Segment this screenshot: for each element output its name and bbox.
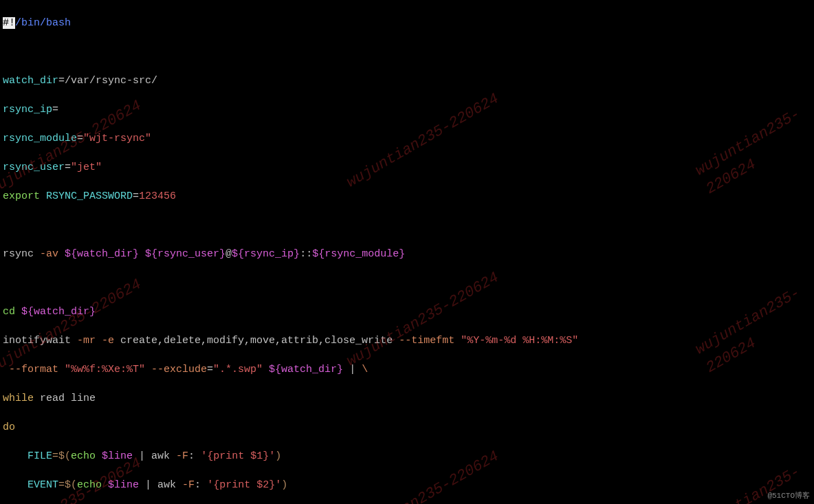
code-line: [3, 45, 811, 59]
attribution-text: @51CTO博客: [767, 491, 810, 501]
code-line: export RSYNC_PASSWORD=123456: [3, 189, 811, 204]
code-line: [3, 218, 811, 232]
code-line: rsync -av ${watch_dir} ${rsync_user}@${r…: [3, 247, 811, 261]
code-line: do: [3, 420, 811, 435]
code-line: watch_dir=/var/rsync-src/: [3, 74, 811, 88]
code-line: rsync_user="jet": [3, 160, 811, 175]
code-line: rsync_ip=: [3, 102, 811, 117]
code-line: rsync_module="wjt-rsync": [3, 131, 811, 146]
code-line: --format "%w%f:%Xe:%T" --exclude=".*.swp…: [3, 362, 811, 377]
code-line: while read line: [3, 391, 811, 406]
code-line: EVENT=$(echo $line | awk -F: '{print $2}…: [3, 478, 811, 492]
code-line: inotifywait -mr -e create,delete,modify,…: [3, 333, 811, 348]
code-line: cd ${watch_dir}: [3, 305, 811, 319]
code-line: [3, 276, 811, 290]
code-line: #!/bin/bash: [3, 16, 811, 30]
terminal-content: #!/bin/bash watch_dir=/var/rsync-src/ rs…: [0, 0, 814, 504]
code-line: FILE=$(echo $line | awk -F: '{print $1}'…: [3, 449, 811, 463]
